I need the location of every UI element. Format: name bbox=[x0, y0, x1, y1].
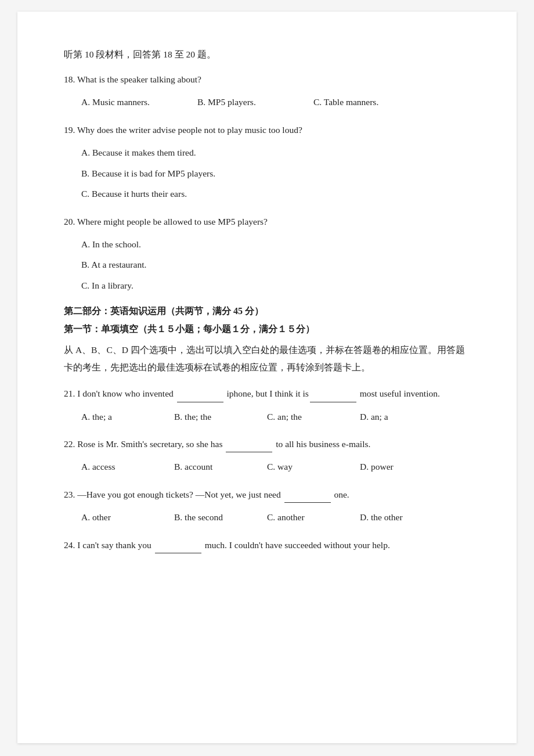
q18-option-c: C. Table manners. bbox=[313, 93, 430, 110]
q21-option-d: D. an; a bbox=[360, 408, 453, 425]
q23-option-d: D. the other bbox=[360, 509, 453, 525]
q19-option-c: C. Because it hurts their ears. bbox=[81, 185, 470, 202]
q20-option-c: C. In a library. bbox=[81, 277, 470, 294]
q21-blank2 bbox=[310, 402, 356, 402]
sec1-header: 第一节：单项填空（共１５小题；每小题１分，满分１５分） bbox=[64, 323, 470, 336]
q20-text: 20. Where might people be allowed to use… bbox=[64, 213, 470, 230]
question-19: 19. Why does the writer advise people no… bbox=[64, 121, 470, 203]
sec1-description: 从 A、B、C、D 四个选项中，选出可以填入空白处的最佳选项，并标在答题卷的相应… bbox=[64, 341, 470, 376]
q21-option-a: A. the; a bbox=[81, 408, 174, 425]
q23-text: 23. —Have you got enough tickets? —Not y… bbox=[64, 486, 470, 503]
listening-section: 听第 10 段材料，回答第 18 至 20 题。 18. What is the… bbox=[64, 46, 470, 294]
q18-option-a: A. Music manners. bbox=[81, 93, 197, 110]
q18-text: 18. What is the speaker talking about? bbox=[64, 71, 470, 88]
q21-options: A. the; a B. the; the C. an; the D. an; … bbox=[81, 408, 470, 425]
question-18: 18. What is the speaker talking about? A… bbox=[64, 71, 470, 111]
q21-option-b: B. the; the bbox=[174, 408, 267, 425]
q23-option-b: B. the second bbox=[174, 509, 267, 525]
q19-option-b: B. Because it is bad for MP5 players. bbox=[81, 165, 470, 182]
q22-option-a: A. access bbox=[81, 458, 174, 475]
listening-instruction: 听第 10 段材料，回答第 18 至 20 题。 bbox=[64, 46, 470, 63]
exam-page: 听第 10 段材料，回答第 18 至 20 题。 18. What is the… bbox=[17, 12, 517, 743]
q19-text: 19. Why does the writer advise people no… bbox=[64, 121, 470, 138]
q18-option-b: B. MP5 players. bbox=[197, 93, 313, 110]
part2-header: 第二部分：英语知识运用（共两节，满分 45 分） bbox=[64, 305, 470, 318]
question-24: 24. I can't say thank you much. I couldn… bbox=[64, 537, 470, 553]
q24-text: 24. I can't say thank you much. I couldn… bbox=[64, 537, 470, 553]
q23-blank bbox=[284, 502, 331, 503]
q22-option-d: D. power bbox=[360, 458, 453, 475]
q20-option-a: A. In the school. bbox=[81, 236, 470, 253]
q21-blank1 bbox=[177, 402, 223, 402]
q22-text: 22. Rose is Mr. Smith's secretary, so sh… bbox=[64, 435, 470, 452]
q23-options: A. other B. the second C. another D. the… bbox=[81, 509, 470, 525]
q18-options: A. Music manners. B. MP5 players. C. Tab… bbox=[81, 93, 470, 110]
q23-option-c: C. another bbox=[267, 509, 360, 525]
q21-option-c: C. an; the bbox=[267, 408, 360, 425]
q21-text: 21. I don't know who invented iphone, bu… bbox=[64, 385, 470, 402]
q22-option-c: C. way bbox=[267, 458, 360, 475]
q22-blank bbox=[226, 452, 272, 452]
question-23: 23. —Have you got enough tickets? —Not y… bbox=[64, 486, 470, 526]
q22-option-b: B. account bbox=[174, 458, 267, 475]
q19-option-a: A. Because it makes them tired. bbox=[81, 144, 470, 161]
q23-option-a: A. other bbox=[81, 509, 174, 525]
question-22: 22. Rose is Mr. Smith's secretary, so sh… bbox=[64, 435, 470, 476]
question-20: 20. Where might people be allowed to use… bbox=[64, 213, 470, 294]
q22-options: A. access B. account C. way D. power bbox=[81, 458, 470, 475]
q24-blank bbox=[155, 553, 201, 553]
question-21: 21. I don't know who invented iphone, bu… bbox=[64, 385, 470, 425]
q20-option-b: B. At a restaurant. bbox=[81, 256, 470, 273]
